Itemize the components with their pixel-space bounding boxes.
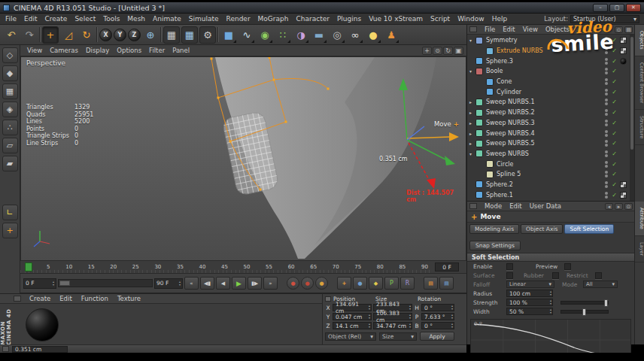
viewport-menu-item[interactable]: Filter [145,47,169,54]
width-field[interactable]: 50 % ▴▾ [506,308,553,315]
autokey-button[interactable]: ● [301,277,314,290]
goto-end-button[interactable]: » [263,277,278,290]
toolbar-sep-3[interactable] [160,27,162,42]
spinner-icon[interactable]: ▴▾ [550,290,551,296]
coord-system-icon[interactable]: ⊕ [142,26,159,44]
menu-item[interactable]: Character [292,15,333,23]
edges-mode-icon[interactable]: ▱ [2,138,18,153]
object-label[interactable]: Sphere.2 [486,181,605,188]
close-button[interactable]: ✕ [626,4,641,12]
spinner-icon[interactable]: ▴▾ [550,308,551,314]
axis-tab[interactable]: Modeling Axis [469,224,519,234]
object-label[interactable]: Sphere.1 [486,192,605,199]
strength-slider[interactable] [560,301,609,305]
object-manager-menu-item[interactable]: Edit [499,26,518,33]
enabled-check-icon[interactable]: ✓ [612,181,617,188]
material-thumbnail[interactable] [26,308,59,341]
visibility-dots-icon[interactable] [605,47,608,54]
preview-checkbox[interactable] [564,263,571,270]
render-picture-viewer-icon[interactable]: ▦ [181,26,198,44]
boole-object-icon[interactable]: ◑ [293,26,309,44]
enabled-check-icon[interactable]: ✓ [612,99,617,105]
object-label[interactable]: Sweep NURBS.4 [486,130,605,137]
object-label[interactable]: Boole [486,68,605,74]
rotation-field[interactable]: 0 ° ▴▾ [421,322,454,329]
attribute-menu-item[interactable]: User Data [526,202,565,210]
timeline-options-button[interactable]: ▤ [424,277,438,290]
make-editable-icon[interactable]: ◇ [2,47,18,63]
transport-gap-3[interactable] [416,277,422,290]
rotation-field[interactable]: 0 ° ▴▾ [421,304,454,311]
texture-tag-icon[interactable] [620,192,627,199]
move-tool-icon[interactable]: + [42,26,59,44]
goto-start-button[interactable]: « [184,277,199,290]
preview-range-button[interactable]: ▤ [439,277,454,290]
side-tab[interactable]: Layer [635,236,644,262]
floor-object-icon[interactable]: ▬ [311,26,327,44]
enabled-check-icon[interactable]: ✓ [612,130,617,137]
history-forward-icon[interactable]: ▸ [615,203,623,210]
visibility-dots-icon[interactable] [605,161,608,168]
ruler-icon[interactable]: ∟ [2,205,18,220]
character-icon[interactable]: ♟ [383,26,399,44]
spinner-icon[interactable]: ▴▾ [409,314,411,320]
key-rotation-toggle[interactable]: ◆ [369,277,383,290]
material-menu-item[interactable]: Function [77,295,113,302]
polygons-mode-icon[interactable]: ▰ [2,156,18,171]
spinner-icon[interactable]: ▴▾ [179,281,181,287]
enabled-check-icon[interactable]: ✓ [612,140,617,147]
rubber-checkbox[interactable] [552,272,559,279]
visibility-dots-icon[interactable] [605,181,608,188]
enabled-check-icon[interactable]: ✓ [612,78,617,85]
menu-item[interactable]: Animate [149,15,185,23]
axis-tab[interactable]: Soft Selection [564,224,614,234]
visibility-dots-icon[interactable] [605,192,608,199]
visibility-dots-icon[interactable] [605,140,608,147]
enable-checkbox[interactable] [506,263,513,270]
redo-icon[interactable]: ↷ [21,26,38,44]
object-manager-menu-item[interactable]: Objects [542,26,573,33]
object-row[interactable]: ▸ Sweep NURBS.4 ✓ [467,128,634,138]
visibility-dots-icon[interactable] [605,171,608,177]
spinner-icon[interactable]: ▴▾ [409,305,411,311]
enabled-check-icon[interactable]: ✓ [612,120,617,126]
visibility-dots-icon[interactable] [605,78,608,85]
strength-field[interactable]: 100 % ▴▾ [506,299,553,306]
texture-tag-icon[interactable] [620,37,627,44]
menu-item[interactable]: Edit [20,15,41,23]
prev-key-button[interactable]: ◀▮ [200,277,214,290]
enabled-check-icon[interactable]: ✓ [612,47,617,54]
hypernurbs-icon[interactable]: ◉ [257,26,273,44]
expand-arrow-icon[interactable]: ▾ [469,151,475,156]
object-label[interactable]: Sweep NURBS.2 [486,109,605,116]
object-row[interactable]: ▾ Boole ✓ [467,66,634,77]
apply-button[interactable]: Apply [420,332,454,341]
viewport-menu-item[interactable]: Panel [169,47,193,54]
menu-item[interactable]: Simulate [185,15,223,23]
play-button[interactable]: ▶ [232,277,246,290]
spinner-icon[interactable]: ▴▾ [550,299,551,305]
expand-arrow-icon[interactable]: ▸ [469,110,475,115]
texture-mode-icon[interactable]: ▦ [2,83,18,99]
rotate-view-icon[interactable]: ↻ [443,47,453,55]
object-row[interactable]: ▸ Sweep NURBS.3 ✓ [467,118,634,129]
expand-arrow-icon[interactable]: ▾ [469,38,475,43]
object-row[interactable]: Cylinder ✓ [467,86,634,97]
visibility-dots-icon[interactable] [605,89,608,96]
enabled-check-icon[interactable]: ✓ [612,37,617,44]
object-manager-menu-item[interactable]: File [481,26,499,33]
object-label[interactable]: Extrude NURBS [497,47,605,54]
key-scale-toggle[interactable]: ● [353,277,367,290]
scrollbar-thumb[interactable] [630,37,633,150]
expand-arrow-icon[interactable]: ▸ [469,141,475,146]
position-field[interactable]: 134.691 cm ▴▾ [333,304,372,311]
expand-arrow-icon[interactable]: ▾ [469,68,475,74]
axis-tab[interactable]: Object Axis [521,224,563,234]
object-label[interactable]: Sweep NURBS [486,150,605,157]
toolbar-sep-1[interactable] [39,27,41,42]
playhead-marker[interactable] [25,262,32,272]
enabled-check-icon[interactable]: ✓ [612,192,617,199]
toolbar-sep-4[interactable] [217,27,219,42]
add-cube-icon[interactable]: ■ [220,26,237,44]
scale-tool-icon[interactable]: ◿ [60,26,77,44]
